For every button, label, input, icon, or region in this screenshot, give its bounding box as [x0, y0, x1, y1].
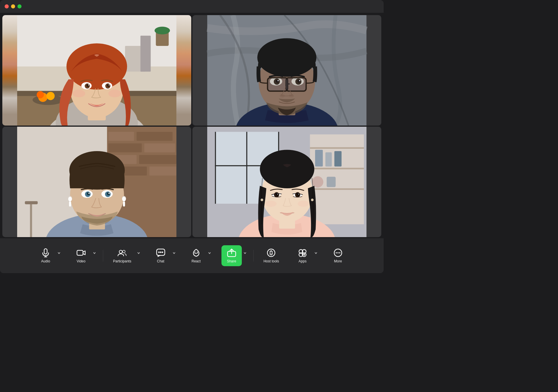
- svg-rect-82: [215, 132, 216, 204]
- svg-rect-57: [149, 167, 176, 176]
- svg-point-24: [109, 85, 110, 86]
- svg-point-45: [280, 94, 285, 97]
- svg-point-10: [46, 92, 55, 100]
- chat-label: Chat: [157, 259, 164, 263]
- svg-point-119: [158, 252, 160, 253]
- svg-point-135: [339, 252, 340, 253]
- chat-chevron[interactable]: [171, 249, 177, 257]
- participants-chevron[interactable]: [136, 249, 141, 257]
- toolbar: Audio Video: [0, 238, 384, 273]
- close-button[interactable]: [5, 4, 9, 8]
- svg-point-7: [155, 27, 170, 35]
- svg-rect-112: [44, 249, 47, 254]
- participants-label: Participants: [113, 259, 131, 263]
- participant-4-face: [192, 127, 381, 237]
- title-bar: [0, 0, 384, 13]
- svg-rect-115: [77, 250, 83, 255]
- svg-rect-87: [310, 147, 364, 149]
- chat-icon: [156, 248, 165, 257]
- participant-2-face: [192, 15, 381, 126]
- svg-rect-59: [25, 201, 38, 204]
- more-label: More: [334, 259, 342, 263]
- react-chevron[interactable]: [207, 249, 212, 257]
- svg-point-134: [337, 252, 339, 253]
- svg-rect-76: [69, 201, 71, 207]
- share-group: Share: [217, 245, 252, 266]
- svg-point-23: [88, 85, 89, 86]
- audio-label: Audio: [41, 259, 50, 263]
- audio-chevron[interactable]: [56, 249, 62, 257]
- more-button[interactable]: More: [328, 245, 348, 266]
- svg-rect-53: [144, 143, 175, 152]
- video-label: Video: [77, 259, 85, 263]
- video-grid: [0, 13, 384, 238]
- apps-button[interactable]: Apps: [292, 245, 313, 266]
- svg-point-103: [312, 199, 313, 201]
- svg-point-99: [260, 150, 314, 189]
- video-button[interactable]: Video: [71, 245, 91, 266]
- svg-point-72: [108, 193, 110, 194]
- audio-group: Audio: [31, 245, 66, 266]
- participant-video-3: [2, 127, 191, 237]
- microphone-icon: [41, 248, 50, 257]
- svg-rect-51: [137, 132, 173, 141]
- svg-point-116: [119, 250, 123, 253]
- apps-label: Apps: [298, 259, 306, 263]
- minimize-button[interactable]: [11, 4, 15, 8]
- svg-point-71: [88, 193, 90, 194]
- svg-rect-50: [108, 132, 134, 141]
- svg-rect-88: [310, 168, 364, 169]
- apps-icon: [298, 248, 307, 257]
- participants-icon: [117, 248, 127, 257]
- svg-rect-78: [123, 201, 125, 207]
- svg-point-120: [160, 252, 161, 253]
- chat-button[interactable]: Chat: [151, 245, 171, 266]
- camera-icon: [76, 248, 86, 257]
- maximize-button[interactable]: [17, 4, 22, 8]
- video-group: Video: [66, 245, 102, 266]
- react-icon: [192, 248, 201, 257]
- more-group: More: [323, 245, 353, 266]
- svg-point-75: [68, 197, 72, 201]
- share-icon: [227, 248, 236, 257]
- svg-point-117: [123, 250, 125, 253]
- participant-3-face: [2, 127, 191, 237]
- toolbar-divider-1: [103, 250, 103, 262]
- svg-point-26: [108, 90, 121, 97]
- svg-point-110: [265, 201, 277, 207]
- participants-group: Participants: [104, 245, 146, 266]
- apps-group: Apps: [288, 245, 323, 266]
- toolbar-divider-2: [253, 250, 254, 262]
- svg-point-46: [289, 94, 294, 97]
- traffic-lights: [5, 4, 22, 8]
- svg-rect-58: [30, 204, 32, 237]
- audio-button[interactable]: Audio: [35, 245, 56, 266]
- host-tools-icon: [267, 248, 276, 257]
- host-tools-button[interactable]: Host tools: [260, 245, 283, 266]
- apps-chevron[interactable]: [313, 249, 319, 257]
- participants-button[interactable]: Participants: [109, 245, 135, 266]
- svg-point-133: [336, 252, 337, 253]
- svg-rect-91: [326, 152, 332, 167]
- svg-rect-90: [315, 150, 323, 167]
- svg-point-77: [122, 197, 126, 201]
- more-icon: [333, 248, 343, 257]
- host-tools-group: Host tools: [255, 245, 288, 266]
- react-button[interactable]: React: [186, 245, 206, 266]
- svg-point-101: [261, 199, 263, 201]
- svg-rect-5: [140, 36, 151, 72]
- share-label: Share: [227, 259, 236, 263]
- svg-rect-52: [108, 143, 142, 152]
- host-tools-label: Host tools: [264, 259, 279, 263]
- svg-rect-89: [310, 188, 364, 190]
- share-button[interactable]: Share: [221, 245, 242, 266]
- chat-group: Chat: [146, 245, 181, 266]
- svg-rect-94: [327, 177, 336, 187]
- svg-point-123: [197, 252, 198, 253]
- share-chevron[interactable]: [242, 249, 248, 257]
- svg-point-93: [312, 176, 323, 188]
- svg-rect-55: [139, 155, 176, 164]
- video-chevron[interactable]: [92, 249, 97, 257]
- svg-point-25: [72, 90, 85, 97]
- participant-video-1: [2, 15, 191, 126]
